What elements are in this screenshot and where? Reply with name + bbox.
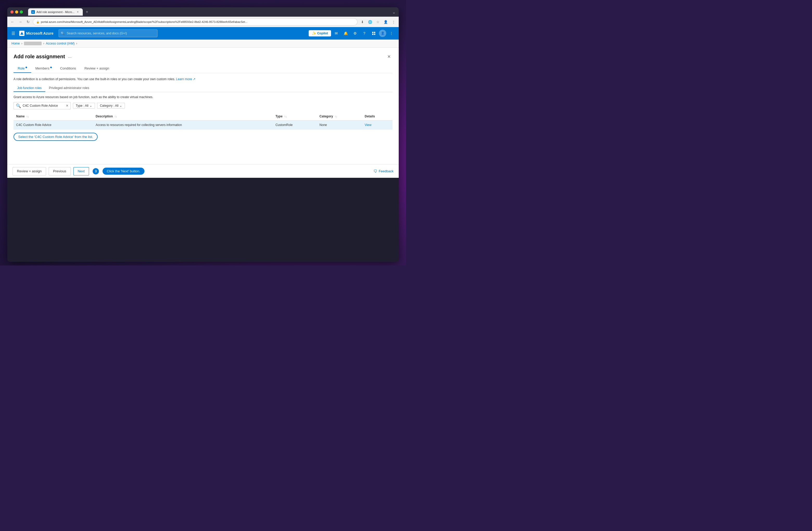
table-row[interactable]: C4C Custom Role Advice Access to resourc… [14,120,392,130]
notifications-icon[interactable]: 🔔 [342,29,350,38]
role-search-icon: 🔍 [16,103,21,108]
role-description: A role definition is a collection of per… [14,77,392,81]
sub-tab-job-function-label: Job function roles [17,86,42,90]
next-button[interactable]: Next [73,167,89,175]
col-header-name[interactable]: Name ↑↓ [14,113,93,120]
new-tab-button[interactable]: + [84,9,90,15]
translate-icon[interactable]: 🌐 [367,19,373,25]
table-header: Name ↑↓ Description ↑↓ Type ↑↓ Categor [14,113,392,120]
nav-search-input[interactable] [59,29,158,37]
type-sort-icon: ↑↓ [284,115,287,118]
panel-close-button[interactable]: ✕ [385,53,392,60]
role-type-tabs: Job function roles Privileged administra… [14,85,392,92]
copilot-button[interactable]: ✨ Copilot [309,30,331,37]
category-filter[interactable]: Category : All ⌄ [97,103,125,109]
tab-favicon: A [31,10,35,14]
svg-rect-3 [374,33,375,35]
sub-tab-privileged-admin[interactable]: Privileged administrator roles [45,85,93,92]
role-search-wrap[interactable]: 🔍 ✕ [14,102,71,109]
tab-members-dot [50,67,52,68]
tab-members-label: Members [35,66,49,70]
tab-role-dot [26,67,27,68]
breadcrumb-masked [24,42,42,45]
col-header-description[interactable]: Description ↑↓ [93,113,273,120]
feedback-label: Feedback [379,169,393,173]
role-search-input[interactable] [23,104,64,107]
step-badge: 3 [93,168,99,174]
hamburger-menu[interactable]: ☰ [11,30,16,37]
col-header-type[interactable]: Type ↑↓ [273,113,317,120]
view-details-link[interactable]: View [365,123,372,127]
tab-bar: A Add role assignment - Micro... ✕ + [28,8,390,16]
type-filter[interactable]: Type : All ⌄ [73,103,95,109]
tab-conditions[interactable]: Conditions [56,64,80,73]
add-role-assignment-panel: Add role assignment ... ✕ Role Members C… [7,48,399,178]
row-description-cell: Access to resources required for collect… [93,120,273,130]
azure-search[interactable]: 🔍 [59,29,158,37]
svg-rect-0 [372,32,374,33]
name-sort-icon: ↑↓ [26,115,29,118]
minimize-window-button[interactable] [15,11,18,14]
nav-search-icon: 🔍 [61,31,64,35]
overflow-menu-icon[interactable]: ⋮ [387,29,395,38]
tab-close-button[interactable]: ✕ [76,10,79,14]
sub-tab-job-function[interactable]: Job function roles [14,85,45,92]
email-icon[interactable]: ✉ [332,29,340,38]
external-link-icon: ↗ [193,77,195,81]
close-window-button[interactable] [11,11,14,14]
help-icon[interactable]: ? [360,29,368,38]
grant-description: Grant access to Azure resources based on… [14,95,392,99]
sub-tab-privileged-label: Privileged administrator roles [49,86,89,90]
roles-table: Name ↑↓ Description ↑↓ Type ↑↓ Categor [14,113,392,130]
type-filter-chevron: ⌄ [89,104,92,107]
traffic-lights [11,11,23,14]
azure-logo: Microsoft Azure [19,31,53,36]
svg-rect-1 [374,32,375,33]
select-instruction-text: Select the 'C4C Custom Role Advice' from… [18,135,93,139]
refresh-button[interactable]: ↻ [25,19,31,25]
address-bar: ← → ↻ 🔒 portal.azure.com/#view/Microsoft… [7,17,399,27]
panel-options-button[interactable]: ... [68,54,72,59]
menu-icon[interactable]: ⋮ [390,19,397,25]
bookmark-icon[interactable]: ☆ [375,19,381,25]
row-name-cell: C4C Custom Role Advice [14,120,93,130]
forward-button[interactable]: → [17,19,24,25]
profile-icon[interactable]: 👤 [382,19,389,25]
bottom-action-bar: Review + assign Previous Next 3 Click th… [7,164,399,178]
tab-navigation: Role Members Conditions Review + assign [14,64,392,73]
maximize-window-button[interactable] [20,11,23,14]
tab-members[interactable]: Members [31,64,56,73]
feedback-button[interactable]: 🗨 Feedback [374,169,393,173]
back-button[interactable]: ← [9,19,16,25]
next-click-instruction: Click the 'Next' button. [103,168,144,175]
azure-logo-icon [19,31,25,36]
breadcrumb-iam[interactable]: Access control (IAM) [46,42,75,45]
tab-role[interactable]: Role [14,64,31,73]
breadcrumb-home[interactable]: Home [12,42,20,45]
active-tab[interactable]: A Add role assignment - Micro... ✕ [28,8,83,16]
previous-button[interactable]: Previous [49,167,71,175]
download-icon[interactable]: ⬇ [359,19,365,25]
row-details-cell: View [362,120,392,130]
tab-review-assign-label: Review + assign [84,66,109,70]
url-bar[interactable]: 🔒 portal.azure.com/#view/Microsoft_Azure… [33,18,358,26]
row-name-text: C4C Custom Role Advice [16,123,51,127]
category-sort-icon: ↑↓ [335,115,337,118]
review-assign-button[interactable]: Review + assign [13,167,46,175]
user-avatar[interactable]: 👤 [379,30,386,37]
tab-dropdown-icon[interactable]: ⌄ [392,10,395,15]
directory-icon[interactable] [369,29,378,38]
category-filter-chevron: ⌄ [119,104,122,107]
copilot-icon: ✨ [312,31,316,35]
learn-more-link[interactable]: Learn more ↗ [176,77,195,81]
feedback-icon: 🗨 [374,169,377,173]
filter-bar: 🔍 ✕ Type : All ⌄ Category : All ⌄ [14,102,392,109]
col-header-category[interactable]: Category ↑↓ [317,113,362,120]
panel-header: Add role assignment ... ✕ [14,53,392,60]
tab-review-assign[interactable]: Review + assign [80,64,113,73]
row-description-text: Access to resources required for collect… [96,123,182,127]
description-text: A role definition is a collection of per… [14,77,175,81]
select-instruction-tooltip: Select the 'C4C Custom Role Advice' from… [14,133,98,141]
search-clear-button[interactable]: ✕ [66,104,69,107]
settings-icon[interactable]: ⚙ [351,29,359,38]
